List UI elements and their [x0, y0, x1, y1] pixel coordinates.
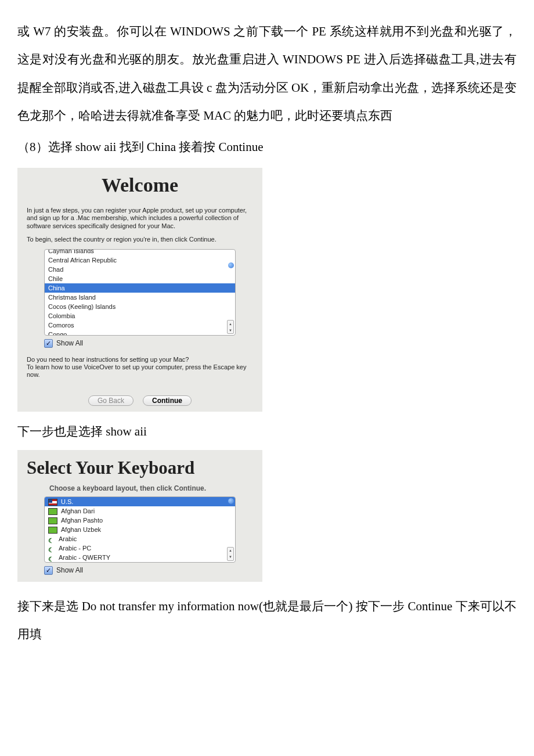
show-all-checkbox-row[interactable]: ✓ Show All [44, 566, 236, 575]
document-mid-line: 下一步也是选择 show aii [17, 417, 517, 445]
keyboard-screenshot: Select Your Keyboard Choose a keyboard l… [17, 450, 262, 582]
crescent-icon: ☾ [48, 536, 55, 543]
list-item-selected[interactable]: China [45, 283, 235, 293]
list-item[interactable]: Chile [45, 274, 235, 283]
list-item[interactable]: ☾Arabic - QWERTY [45, 553, 235, 562]
flag-icon [48, 527, 57, 534]
list-item[interactable]: Comoros [45, 321, 235, 330]
crescent-icon: ☾ [48, 545, 55, 552]
list-item[interactable]: Colombia [45, 311, 235, 321]
voiceover-line-2: To learn how to use VoiceOver to set up … [27, 363, 253, 379]
list-item[interactable]: Afghan Pashto [45, 516, 235, 525]
arrow-down-icon: ▼ [229, 329, 232, 332]
checkbox-checked-icon[interactable]: ✓ [44, 566, 53, 575]
show-all-checkbox-row[interactable]: ✓ Show All [44, 339, 236, 348]
document-step-8: （8）选择 show aii 找到 China 接着按 Continue [17, 133, 517, 161]
show-all-label: Show All [56, 339, 83, 347]
list-item[interactable]: Cocos (Keeling) Islands [45, 302, 235, 311]
welcome-title: Welcome [17, 168, 262, 204]
go-back-button: Go Back [88, 395, 134, 406]
crescent-icon: ☾ [48, 555, 55, 561]
keyboard-title: Select Your Keyboard [17, 450, 262, 484]
flag-icon [48, 517, 57, 524]
flag-icon [48, 508, 57, 515]
document-paragraph-bottom: 接下来是选 Do not transfer my information now… [17, 592, 517, 649]
scrollbar-arrows[interactable]: ▲▼ [227, 320, 234, 334]
show-all-label: Show All [56, 566, 83, 574]
arrow-up-icon: ▲ [229, 322, 232, 326]
country-listbox[interactable]: Cayman Islands Central African Republic … [44, 249, 236, 336]
list-item[interactable]: ☾Arabic [45, 534, 235, 543]
checkbox-checked-icon[interactable]: ✓ [44, 339, 53, 348]
keyboard-listbox[interactable]: U.S. Afghan Dari Afghan Pashto Afghan Uz… [44, 496, 236, 563]
keyboard-subtext: Choose a keyboard layout, then click Con… [17, 484, 262, 496]
list-item[interactable]: Afghan Uzbek [45, 525, 235, 534]
flag-us-icon [48, 499, 57, 506]
list-item[interactable]: Chad [45, 265, 235, 274]
document-paragraph-1: 或 W7 的安装盘。你可以在 WINDOWS 之前下载一个 PE 系统这样就用不… [17, 17, 517, 129]
scrollbar-arrows[interactable]: ▲▼ [227, 547, 234, 561]
welcome-screenshot: Welcome In just a few steps, you can reg… [17, 168, 262, 412]
welcome-begin-text: To begin, select the country or region y… [27, 236, 253, 243]
list-item[interactable]: Central African Republic [45, 255, 235, 265]
list-item[interactable]: Cayman Islands [45, 249, 235, 255]
scrollbar-thumb-icon[interactable] [228, 498, 234, 504]
scrollbar-thumb-icon[interactable] [228, 262, 234, 268]
continue-button[interactable]: Continue [143, 395, 192, 406]
welcome-intro-text: In just a few steps, you can register yo… [27, 207, 253, 230]
list-item-selected[interactable]: U.S. [45, 497, 235, 506]
list-item[interactable]: ☾Arabic - PC [45, 543, 235, 553]
list-item[interactable]: Congo [45, 330, 235, 335]
arrow-down-icon: ▼ [229, 555, 232, 559]
arrow-up-icon: ▲ [229, 549, 232, 552]
list-item[interactable]: Afghan Dari [45, 506, 235, 516]
voiceover-line-1: Do you need to hear instructions for set… [27, 356, 253, 363]
list-item[interactable]: Christmas Island [45, 293, 235, 302]
